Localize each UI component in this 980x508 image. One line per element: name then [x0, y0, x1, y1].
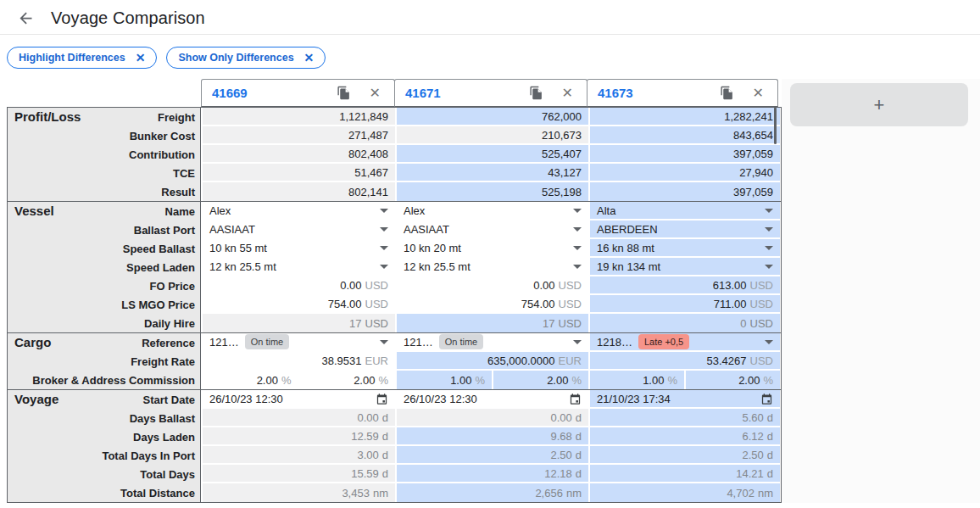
commission-cell[interactable]: 1.00%2.00%	[588, 371, 780, 389]
reference-value: 1218…	[597, 336, 632, 349]
copy-voyage-icon[interactable]	[529, 86, 543, 100]
unit-label: d	[576, 430, 582, 443]
cell-value: 9.68	[550, 430, 571, 443]
table-row: Ballast PortAASIAATAASIAATABERDEEN	[8, 221, 781, 239]
cell-value: 43,127	[548, 166, 582, 179]
value-cell: 210,673	[395, 126, 588, 145]
chevron-down-icon	[765, 227, 773, 232]
cell-value: 51,467	[354, 166, 388, 179]
table-row: Freight Rate38.9531EUR635,000.0000EUR53.…	[8, 352, 781, 371]
dropdown-cell[interactable]: 12 kn 25.5 mt	[201, 258, 395, 276]
date-cell[interactable]: 21/10/23 17:34	[588, 390, 780, 409]
value-cell: 802,408	[201, 145, 395, 164]
commission-value: 1.00	[450, 374, 471, 387]
value-cell: 1,121,849	[201, 108, 395, 126]
commission-value: 1.00	[643, 374, 664, 387]
value-cell[interactable]: 613.00USD	[588, 276, 780, 295]
voyage-number-link[interactable]: 41671	[395, 86, 529, 100]
cell-value: 210,673	[542, 129, 582, 142]
chip-remove-icon[interactable]: ✕	[136, 52, 146, 64]
date-value: 26/10/23 12:30	[404, 393, 477, 405]
vertical-scrollbar-thumb[interactable]	[774, 107, 777, 144]
value-cell: 5.60d	[588, 409, 780, 427]
voyage-number-link[interactable]: 41669	[202, 86, 337, 100]
reference-cell[interactable]: 1218…Late +0,5	[588, 333, 780, 352]
commission-value: 2.00	[354, 374, 375, 387]
reference-cell[interactable]: 121…On time	[201, 333, 395, 352]
commission-subcell[interactable]: 1.00%	[590, 371, 684, 389]
table-row: Total Days15.59d12.18d14.21d	[8, 465, 781, 483]
value-cell: 17USD	[201, 314, 395, 332]
status-badge: On time	[245, 334, 290, 349]
date-cell[interactable]: 26/10/23 12:30	[201, 390, 395, 409]
unit-label: d	[576, 449, 582, 461]
commission-subcell[interactable]: 2.00%	[684, 371, 780, 389]
page-title: Voyage Comparison	[51, 8, 205, 28]
commission-subcell[interactable]: 2.00%	[492, 371, 588, 389]
value-cell[interactable]: 635,000.0000EUR	[395, 352, 588, 371]
cell-value: 6.12	[742, 430, 763, 443]
value-cell: 397,059	[588, 182, 780, 201]
cell-value: 0.00	[357, 411, 378, 424]
row-label: Reference	[8, 333, 201, 352]
dropdown-cell[interactable]: Alta	[588, 202, 780, 221]
value-cell: 3,453nm	[201, 483, 395, 502]
unit-label: USD	[750, 354, 773, 367]
dropdown-cell[interactable]: 19 kn 134 mt	[588, 258, 780, 276]
commission-subcell[interactable]: 2.00%	[203, 371, 298, 389]
reference-cell[interactable]: 121…On time	[395, 333, 588, 352]
unit-label: d	[767, 467, 773, 480]
value-cell[interactable]: 0.00USD	[395, 276, 588, 295]
back-button[interactable]	[15, 8, 36, 28]
calendar-icon[interactable]	[376, 393, 388, 405]
dropdown-cell[interactable]: ABERDEEN	[588, 221, 780, 239]
chevron-down-icon	[573, 340, 582, 344]
chip-label: Show Only Differences	[178, 52, 293, 64]
chip-highlight-differences[interactable]: Highlight Differences ✕	[7, 47, 157, 69]
dropdown-cell[interactable]: Alex	[395, 202, 588, 221]
cell-value: 271,487	[348, 129, 388, 142]
dropdown-cell[interactable]: AASIAAT	[201, 221, 395, 239]
value-cell[interactable]: 53.4267USD	[588, 352, 780, 371]
dropdown-cell[interactable]: 12 kn 25.5 mt	[395, 258, 588, 276]
cell-value: 14.21	[736, 467, 764, 480]
table-row: TCE51,46743,12727,940	[8, 164, 781, 182]
dropdown-cell[interactable]: 10 kn 20 mt	[395, 239, 588, 258]
close-column-icon[interactable]: ✕	[753, 87, 764, 100]
close-column-icon[interactable]: ✕	[370, 87, 381, 100]
value-cell[interactable]: 754.00USD	[395, 295, 588, 314]
copy-voyage-icon[interactable]	[337, 86, 351, 100]
calendar-icon[interactable]	[569, 393, 582, 405]
chip-remove-icon[interactable]: ✕	[304, 52, 315, 64]
commission-cell[interactable]: 1.00%2.00%	[395, 371, 588, 389]
close-column-icon[interactable]: ✕	[562, 87, 573, 100]
chevron-down-icon	[380, 246, 388, 250]
commission-subcell[interactable]: 1.00%	[397, 371, 492, 389]
calendar-icon[interactable]	[760, 393, 773, 405]
copy-voyage-icon[interactable]	[720, 86, 734, 100]
dropdown-cell[interactable]: AASIAAT	[395, 221, 588, 239]
value-cell[interactable]: 754.00USD	[201, 295, 395, 314]
table-row: NameAlexAlexAlta	[8, 202, 781, 221]
add-voyage-column-button[interactable]: +	[790, 83, 968, 126]
chip-show-only-differences[interactable]: Show Only Differences ✕	[166, 47, 326, 69]
value-cell: 2.50d	[395, 446, 588, 465]
chevron-down-icon	[380, 227, 388, 232]
table-row: Contribution802,408525,407397,059	[8, 145, 781, 164]
value-cell[interactable]: 0.00USD	[201, 276, 395, 295]
cell-value: 613.00	[713, 279, 747, 292]
dropdown-cell[interactable]: Alex	[201, 202, 395, 221]
commission-cell[interactable]: 2.00%2.00%	[201, 371, 395, 389]
dropdown-cell[interactable]: 10 kn 55 mt	[201, 239, 395, 258]
dropdown-value: 12 kn 25.5 mt	[209, 260, 276, 273]
cell-value: 525,198	[542, 186, 582, 198]
dropdown-cell[interactable]: 16 kn 88 mt	[588, 239, 780, 258]
commission-subcell[interactable]: 2.00%	[298, 371, 396, 389]
voyage-number-link[interactable]: 41673	[587, 86, 720, 100]
value-cell: 525,407	[395, 145, 588, 164]
value-cell[interactable]: 38.9531EUR	[201, 352, 395, 371]
value-cell[interactable]: 711.00USD	[588, 295, 780, 314]
value-cell: 17USD	[395, 314, 588, 332]
date-cell[interactable]: 26/10/23 12:30	[395, 390, 588, 409]
voyage-column-header: 41669✕	[201, 79, 395, 107]
